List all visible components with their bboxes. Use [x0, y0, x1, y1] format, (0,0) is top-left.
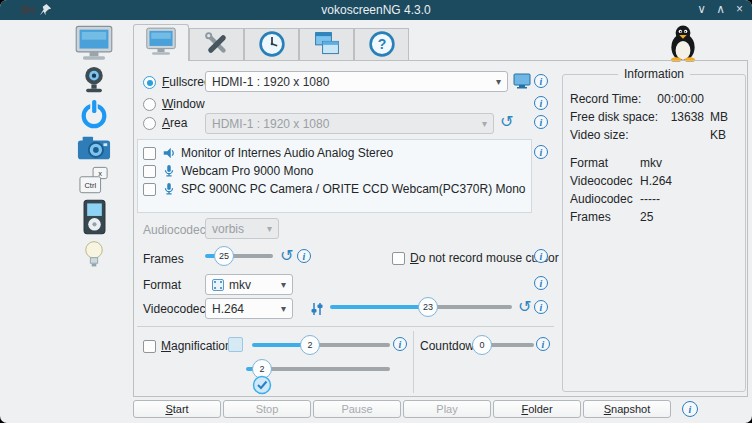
snapshot-button[interactable]: Snapshot [583, 400, 671, 418]
windows-icon [313, 30, 341, 61]
tab-help[interactable]: ? [354, 28, 409, 61]
tools-icon [203, 30, 231, 61]
tips-lightbulb-icon[interactable] [83, 239, 105, 270]
bottom-bar: Start Stop Pause Play Folder Snapshot [133, 400, 698, 418]
stop-button: Stop [223, 400, 311, 418]
hotkeys-ctrl-icon[interactable]: xCtrl [79, 166, 109, 195]
screen-tab-icon [145, 27, 177, 59]
minimize-icon[interactable]: ∨ [697, 0, 706, 20]
camera-icon[interactable] [77, 134, 111, 162]
pause-button: Pause [313, 400, 401, 418]
maximize-icon[interactable]: ∧ [716, 0, 725, 20]
screen-icon[interactable] [74, 25, 114, 61]
tab-pane [133, 60, 748, 397]
start-button[interactable]: Start [133, 400, 221, 418]
tab-tools[interactable] [189, 28, 244, 61]
media-player-icon[interactable] [83, 199, 106, 235]
window-title: vokoscreenNG 4.3.0 [0, 0, 752, 20]
folder-button[interactable]: Folder [493, 400, 581, 418]
app-window: vokoscreenNG 4.3.0 ∨ ∧ × xCtrl [0, 0, 752, 423]
tux-penguin-logo [664, 24, 702, 65]
bottombar-info-icon[interactable] [682, 401, 698, 417]
play-button: Play [403, 400, 491, 418]
webcam-icon[interactable] [80, 65, 108, 95]
information-title: Information [562, 67, 746, 81]
power-icon[interactable] [79, 99, 109, 130]
clock-icon [258, 30, 286, 61]
tab-schedule[interactable] [244, 28, 299, 61]
tab-screen[interactable] [133, 24, 189, 61]
close-icon[interactable]: × [736, 0, 743, 20]
titlebar: vokoscreenNG 4.3.0 ∨ ∧ × [0, 0, 752, 20]
help-icon: ? [368, 30, 396, 61]
svg-text:?: ? [377, 36, 386, 52]
sidebar: xCtrl [58, 25, 130, 274]
svg-text:Ctrl: Ctrl [84, 181, 96, 190]
tab-panels[interactable] [299, 28, 354, 61]
